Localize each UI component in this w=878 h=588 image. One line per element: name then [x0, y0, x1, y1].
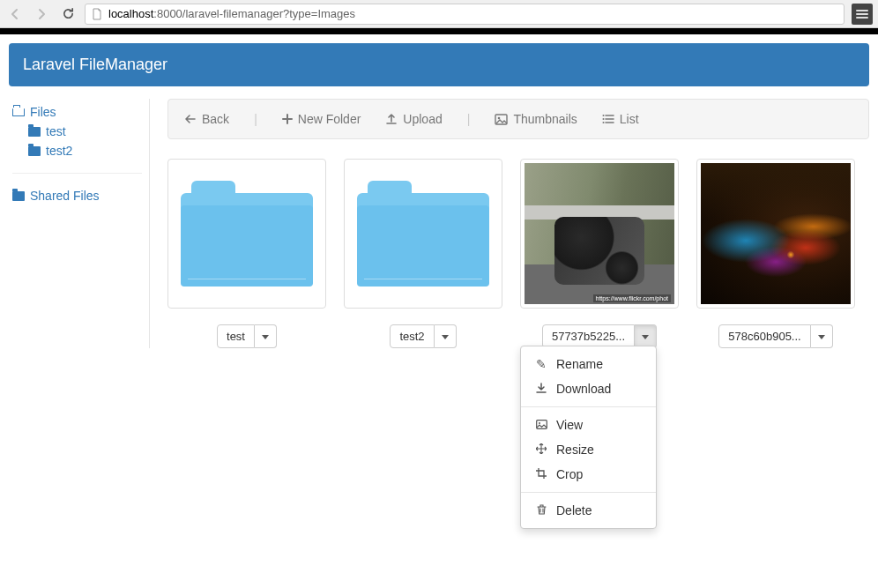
item-dropdown-toggle[interactable] [255, 324, 277, 348]
sidebar-item-label: Shared Files [30, 189, 100, 203]
upload-icon [385, 113, 398, 125]
image-icon [495, 114, 508, 125]
image-icon [535, 418, 547, 432]
menu-rename[interactable]: ✎ Rename [521, 352, 656, 376]
list-button[interactable]: List [602, 112, 639, 126]
item-button-group: test [217, 324, 277, 348]
list-icon [602, 114, 614, 124]
menu-delete[interactable]: Delete [521, 498, 656, 523]
toolbar-label: Thumbnails [513, 112, 577, 126]
image-preview [701, 163, 851, 304]
item-button-group: 57737b5225... [542, 324, 657, 348]
new-folder-button[interactable]: New Folder [282, 112, 361, 126]
toolbar-label: New Folder [298, 112, 361, 126]
sidebar-item-test2[interactable]: test2 [12, 141, 142, 160]
menu-separator [521, 406, 656, 407]
item-grid: test test2 [167, 159, 869, 348]
grid-item-folder: test [167, 159, 326, 348]
item-button-group: 578c60b905... [718, 324, 832, 348]
app-header: Laravel FileManager [9, 43, 869, 86]
toolbar-label: Back [202, 112, 229, 126]
browser-reload-button[interactable] [58, 4, 78, 24]
folder-open-icon [12, 108, 25, 116]
item-name-button[interactable]: test2 [390, 324, 434, 348]
toolbar-label: List [620, 112, 639, 126]
plus-icon [282, 114, 293, 124]
sidebar-item-label: test2 [46, 144, 72, 158]
grid-item-image: 578c60b905... [696, 159, 855, 348]
image-thumb[interactable] [696, 159, 855, 309]
window-border [0, 28, 878, 34]
browser-forward-button[interactable] [32, 4, 51, 24]
app: Laravel FileManager Files test test2 Sha… [0, 34, 878, 588]
folder-icon [357, 181, 489, 287]
folder-thumb[interactable] [167, 159, 326, 309]
crop-icon [535, 467, 547, 481]
item-button-group: test2 [390, 324, 456, 348]
item-name-button[interactable]: test [217, 324, 255, 348]
sidebar-item-label: test [46, 124, 66, 138]
grid-item-folder: test2 [344, 159, 502, 348]
trash-icon [535, 503, 547, 517]
menu-download[interactable]: Download [521, 376, 656, 401]
menu-separator [521, 492, 656, 493]
caret-down-icon [262, 335, 269, 339]
context-menu: ✎ Rename Download View [520, 346, 657, 529]
folder-icon [181, 181, 313, 287]
menu-view[interactable]: View [521, 413, 656, 437]
toolbar-separator: | [467, 112, 471, 126]
item-name-button[interactable]: 57737b5225... [542, 324, 635, 348]
sidebar: Files test test2 Shared Files [9, 99, 150, 348]
upload-button[interactable]: Upload [385, 112, 442, 126]
thumbnails-button[interactable]: Thumbnails [495, 112, 577, 126]
folder-icon [28, 127, 41, 137]
image-preview: https://www.flickr.com/phot [525, 163, 674, 304]
arrow-left-icon [184, 113, 197, 125]
menu-crop[interactable]: Crop [521, 462, 656, 487]
edit-icon: ✎ [535, 357, 547, 371]
image-thumb[interactable]: https://www.flickr.com/phot [520, 159, 679, 309]
caret-down-icon [818, 335, 825, 339]
folder-icon [12, 191, 25, 201]
svg-point-4 [602, 122, 604, 123]
item-dropdown-toggle[interactable] [811, 324, 833, 348]
browser-back-button[interactable] [5, 4, 25, 24]
content: Back | New Folder Upload | Thumbnails [150, 99, 869, 348]
back-button[interactable]: Back [184, 112, 229, 126]
sidebar-item-test[interactable]: test [12, 122, 142, 141]
item-dropdown-toggle[interactable] [635, 324, 657, 348]
folder-icon [28, 146, 41, 156]
svg-point-1 [498, 116, 501, 119]
caret-down-icon [442, 335, 449, 339]
item-dropdown-toggle[interactable] [435, 324, 457, 348]
sidebar-separator [12, 173, 142, 174]
folder-thumb[interactable] [344, 159, 502, 309]
toolbar: Back | New Folder Upload | Thumbnails [167, 99, 869, 139]
url-text: localhost:8000/laravel-filemanager?type=… [108, 7, 355, 20]
toolbar-label: Upload [403, 112, 442, 126]
grid-item-image: https://www.flickr.com/phot 57737b5225..… [520, 159, 679, 348]
caret-down-icon [642, 335, 649, 339]
sidebar-item-shared[interactable]: Shared Files [12, 186, 142, 205]
url-bar[interactable]: localhost:8000/laravel-filemanager?type=… [85, 4, 845, 25]
main: Files test test2 Shared Files Back [9, 99, 869, 348]
svg-point-6 [539, 422, 540, 424]
move-icon [535, 443, 547, 457]
toolbar-separator: | [254, 112, 257, 126]
item-name-button[interactable]: 578c60b905... [718, 324, 810, 348]
menu-resize[interactable]: Resize [521, 437, 656, 462]
sidebar-item-files[interactable]: Files [12, 102, 142, 122]
svg-point-3 [602, 118, 604, 120]
page-icon [91, 8, 103, 20]
app-title: Laravel FileManager [23, 56, 167, 73]
svg-point-2 [602, 115, 604, 116]
browser-menu-button[interactable] [852, 4, 873, 25]
browser-chrome: localhost:8000/laravel-filemanager?type=… [0, 0, 878, 28]
download-icon [535, 382, 547, 396]
sidebar-item-label: Files [30, 105, 56, 119]
